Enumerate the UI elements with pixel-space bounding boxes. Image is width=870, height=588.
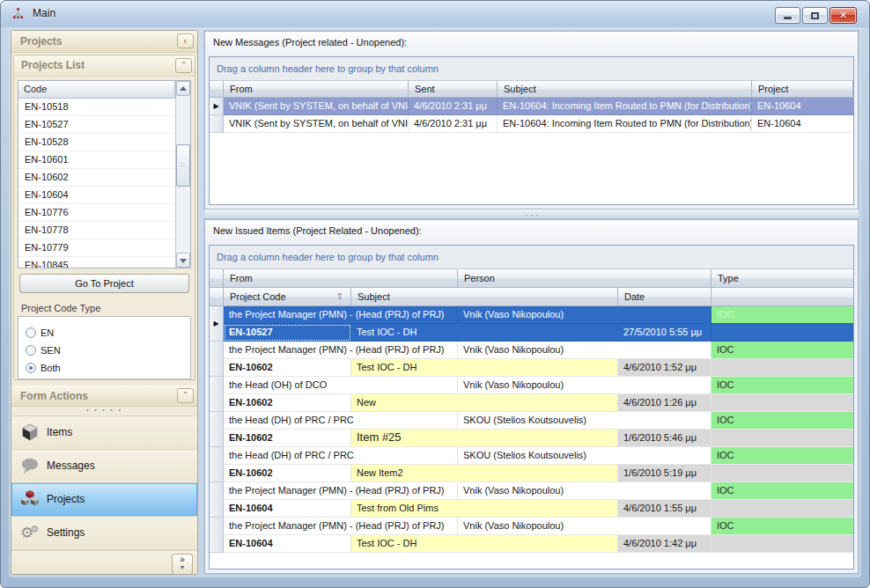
band-header-from[interactable]: From xyxy=(224,269,458,288)
list-item[interactable]: EN-10778 xyxy=(18,222,175,239)
items-groupby-panel[interactable]: Drag a column header here to group by th… xyxy=(210,246,853,269)
item-project-code-cell[interactable]: EN-10602 xyxy=(224,465,351,482)
item-person-cell[interactable]: Vnik (Vaso Nikopoulou) xyxy=(458,306,711,324)
item-type-cell[interactable]: IOC xyxy=(711,342,853,359)
issued-item-record[interactable]: the Head (OH) of DCOVnik (Vaso Nikopoulo… xyxy=(210,377,853,412)
scroll-up-button[interactable] xyxy=(176,81,190,96)
item-from-cell[interactable]: the Head (OH) of DCO xyxy=(224,377,458,394)
item-date-cell[interactable]: 1/6/2010 5:19 μμ xyxy=(618,465,711,482)
collapse-list-button[interactable]: ˆ xyxy=(175,58,192,73)
maximize-button[interactable] xyxy=(802,7,828,24)
item-type-cell[interactable]: IOC xyxy=(711,447,853,465)
sidebar-item-messages[interactable]: Messages xyxy=(11,450,197,483)
item-project-code-cell[interactable]: EN-10604 xyxy=(224,500,351,518)
item-type-cell[interactable]: IOC xyxy=(711,377,853,394)
column-header-sent[interactable]: Sent xyxy=(409,81,498,98)
scroll-thumb[interactable]: ∷ xyxy=(176,144,190,187)
item-person-cell[interactable]: Vnik (Vaso Nikopoulou) xyxy=(458,377,711,394)
item-project-code-cell[interactable]: EN-10602 xyxy=(224,430,351,447)
message-cell[interactable]: EN-10604: Incoming Item Routed to PMN (f… xyxy=(498,115,752,133)
issued-item-record[interactable]: the Project Manager (PMN) - (Head (PRJ) … xyxy=(210,518,853,553)
panel-splitter[interactable] xyxy=(204,209,859,219)
sidebar-item-projects[interactable]: Projects xyxy=(11,483,197,517)
close-button[interactable]: ✕ xyxy=(829,7,857,24)
radio-selected-icon[interactable] xyxy=(26,363,36,373)
message-cell[interactable]: EN-10604 xyxy=(752,115,853,133)
list-item[interactable]: EN-10528 xyxy=(18,134,175,151)
item-person-cell[interactable]: SKOU (Stelios Koutsouvelis) xyxy=(458,412,711,430)
list-item[interactable]: EN-10604 xyxy=(18,187,175,204)
navbar-splitter[interactable]: • • • • • xyxy=(11,407,197,415)
item-date-cell[interactable]: 1/6/2010 5:46 μμ xyxy=(618,430,711,447)
list-item[interactable]: EN-10776 xyxy=(18,204,175,222)
message-cell[interactable]: VNIK (Sent by SYSTEM, on behalf of VNIK) xyxy=(224,98,409,115)
item-subject-cell[interactable]: Item #25 xyxy=(351,430,618,447)
band-header-person[interactable]: Person xyxy=(458,269,711,288)
collapse-sidebar-button[interactable]: ‹ xyxy=(177,33,194,48)
item-from-cell[interactable]: the Project Manager (PMN) - (Head (PRJ) … xyxy=(224,518,458,535)
item-person-cell[interactable]: Vnik (Vaso Nikopoulou) xyxy=(458,342,711,359)
minimize-button[interactable] xyxy=(775,7,800,24)
radio-icon[interactable] xyxy=(26,327,36,338)
go-to-project-button[interactable]: Go To Project xyxy=(19,274,189,293)
message-cell[interactable]: 4/6/2010 2:31 μμ xyxy=(409,98,498,115)
issued-item-record[interactable]: the Project Manager (PMN) - (Head (PRJ) … xyxy=(210,482,853,518)
item-from-cell[interactable]: the Head (DH) of PRC / PRC xyxy=(224,447,458,465)
item-type-cell[interactable]: IOC xyxy=(711,518,853,535)
message-row[interactable]: VNIK (Sent by SYSTEM, on behalf of VNIK)… xyxy=(210,115,853,133)
item-project-code-cell[interactable]: EN-10604 xyxy=(224,535,351,553)
item-type-cell[interactable]: IOC xyxy=(711,306,853,324)
item-subject-cell[interactable]: Test from Old Pims xyxy=(351,500,618,518)
message-cell[interactable]: VNIK (Sent by SYSTEM, on behalf of VNIK) xyxy=(224,115,409,133)
detail-header-subject[interactable]: Subject xyxy=(351,288,618,306)
titlebar[interactable]: Main ✕ xyxy=(1,1,869,27)
item-subject-cell[interactable]: Test IOC - DH xyxy=(351,359,618,377)
item-subject-cell[interactable]: New Item2 xyxy=(351,465,618,482)
issued-item-record[interactable]: the Project Manager (PMN) - (Head (PRJ) … xyxy=(210,342,853,377)
radio-option[interactable]: Both xyxy=(26,359,190,377)
item-date-cell[interactable]: 4/6/2010 1:26 μμ xyxy=(618,394,711,412)
scroll-down-button[interactable] xyxy=(176,253,190,268)
detail-header-project-code[interactable]: Project Code⇧ xyxy=(224,288,351,306)
radio-option[interactable]: EN xyxy=(26,324,190,342)
item-person-cell[interactable]: SKOU (Stelios Koutsouvelis) xyxy=(458,447,711,465)
list-scrollbar[interactable]: ∷ xyxy=(175,81,190,268)
item-subject-cell[interactable]: New xyxy=(351,394,618,412)
item-type-cell[interactable]: IOC xyxy=(711,482,853,500)
projects-list-header[interactable]: Projects List ˆ xyxy=(14,55,195,77)
item-person-cell[interactable]: Vnik (Vaso Nikopoulou) xyxy=(458,482,711,500)
item-date-cell[interactable]: 4/6/2010 1:52 μμ xyxy=(618,359,711,377)
item-type-cell[interactable]: IOC xyxy=(711,412,853,430)
list-item[interactable]: EN-10602 xyxy=(18,169,175,187)
projects-group-header[interactable]: Projects ‹ xyxy=(11,31,197,53)
item-from-cell[interactable]: the Project Manager (PMN) - (Head (PRJ) … xyxy=(224,306,458,324)
list-item[interactable]: EN-10601 xyxy=(18,151,175,169)
column-header-subject[interactable]: Subject xyxy=(498,81,752,98)
item-date-cell[interactable]: 4/6/2010 1:55 μμ xyxy=(618,500,711,518)
item-project-code-cell[interactable]: EN-10527 xyxy=(224,324,351,342)
item-date-cell[interactable]: 4/6/2010 1:42 μμ xyxy=(618,535,711,553)
issued-item-record[interactable]: the Head (DH) of PRC / PRCSKOU (Stelios … xyxy=(210,412,853,447)
list-item[interactable]: EN-10518 xyxy=(18,99,175,116)
issued-item-record[interactable]: ▶the Project Manager (PMN) - (Head (PRJ)… xyxy=(210,306,853,342)
messages-groupby-panel[interactable]: Drag a column header here to group by th… xyxy=(210,57,853,81)
item-person-cell[interactable]: Vnik (Vaso Nikopoulou) xyxy=(458,518,711,535)
navbar-overflow-button[interactable]: » ▼ xyxy=(172,554,193,575)
item-project-code-cell[interactable]: EN-10602 xyxy=(224,394,351,412)
item-from-cell[interactable]: the Project Manager (PMN) - (Head (PRJ) … xyxy=(224,482,458,500)
issued-item-record[interactable]: the Head (DH) of PRC / PRCSKOU (Stelios … xyxy=(210,447,853,482)
list-item[interactable]: EN-10779 xyxy=(18,239,175,257)
column-header-from[interactable]: From xyxy=(224,81,409,98)
sidebar-item-settings[interactable]: ⚙⚙Settings xyxy=(11,517,197,550)
detail-header-date[interactable]: Date xyxy=(618,288,711,306)
band-header-type[interactable]: Type xyxy=(711,269,853,288)
column-header-project[interactable]: Project xyxy=(752,81,853,98)
item-subject-cell[interactable]: Test IOC - DH xyxy=(351,535,618,553)
item-project-code-cell[interactable]: EN-10602 xyxy=(224,359,351,377)
item-from-cell[interactable]: the Project Manager (PMN) - (Head (PRJ) … xyxy=(224,342,458,359)
expand-form-actions-button[interactable]: ˇ xyxy=(177,388,194,403)
sidebar-item-items[interactable]: Items xyxy=(11,416,197,450)
item-subject-cell[interactable]: Test IOC - DH xyxy=(351,324,618,342)
code-column-header[interactable]: Code xyxy=(18,81,175,99)
item-date-cell[interactable]: 27/5/2010 5:55 μμ xyxy=(618,324,711,342)
